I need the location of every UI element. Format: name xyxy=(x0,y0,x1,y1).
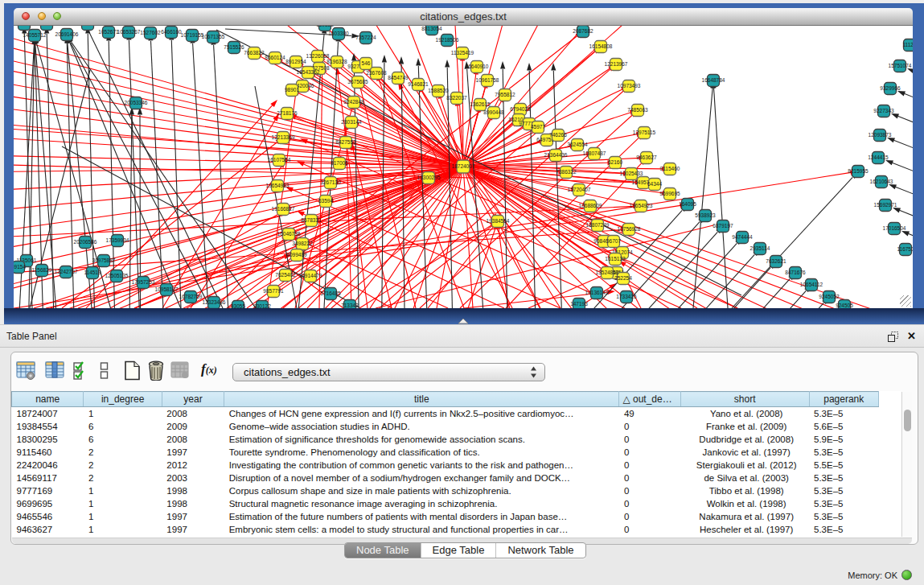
svg-text:10973493: 10973493 xyxy=(618,83,641,89)
svg-text:7625402: 7625402 xyxy=(275,272,296,278)
svg-text:8196328: 8196328 xyxy=(326,59,347,64)
svg-text:8215955: 8215955 xyxy=(848,168,869,174)
svg-text:10025433: 10025433 xyxy=(620,171,643,176)
svg-text:9474444: 9474444 xyxy=(732,234,753,240)
svg-text:15751074: 15751074 xyxy=(889,63,912,68)
svg-text:3498222: 3498222 xyxy=(292,241,313,246)
svg-text:16543362: 16543362 xyxy=(297,69,320,75)
svg-text:10958107: 10958107 xyxy=(155,286,179,292)
svg-text:116753: 116753 xyxy=(897,246,913,252)
svg-text:7632621: 7632621 xyxy=(766,258,786,264)
svg-text:8912954: 8912954 xyxy=(285,59,306,64)
svg-text:98901: 98901 xyxy=(285,87,299,93)
svg-text:13524851: 13524851 xyxy=(596,270,619,275)
svg-text:1733426: 1733426 xyxy=(616,294,637,299)
svg-text:140557: 140557 xyxy=(15,26,33,27)
svg-text:7386322: 7386322 xyxy=(556,169,577,175)
svg-text:6879197: 6879197 xyxy=(713,223,733,229)
svg-text:16107554: 16107554 xyxy=(268,157,291,163)
svg-text:18807249: 18807249 xyxy=(586,222,610,228)
svg-text:2803144: 2803144 xyxy=(341,119,362,125)
svg-text:3675685: 3675685 xyxy=(347,79,368,84)
svg-text:19384554: 19384554 xyxy=(487,218,510,224)
svg-text:12505135: 12505135 xyxy=(105,273,129,278)
svg-text:1527602: 1527602 xyxy=(140,30,161,35)
svg-text:917006: 917006 xyxy=(331,160,348,166)
svg-text:18724007: 18724007 xyxy=(452,163,475,169)
svg-text:39154: 39154 xyxy=(14,264,26,270)
svg-text:14055712: 14055712 xyxy=(23,32,47,38)
svg-text:19166827: 19166827 xyxy=(272,206,295,212)
svg-text:164095: 164095 xyxy=(679,201,696,207)
svg-text:165051: 165051 xyxy=(79,26,97,27)
svg-text:10671355: 10671355 xyxy=(202,34,225,39)
svg-text:13226058: 13226058 xyxy=(306,53,330,59)
svg-text:12323446: 12323446 xyxy=(203,299,226,305)
svg-text:546: 546 xyxy=(362,60,371,66)
svg-text:7357224: 7357224 xyxy=(355,35,376,40)
svg-text:11123: 11123 xyxy=(902,42,913,47)
svg-text:160338: 160338 xyxy=(316,26,334,27)
svg-text:15692971: 15692971 xyxy=(874,202,897,208)
svg-text:10653267: 10653267 xyxy=(117,29,141,35)
svg-text:12213967: 12213967 xyxy=(605,61,628,67)
svg-text:64344: 64344 xyxy=(647,181,662,187)
svg-text:9227343: 9227343 xyxy=(873,108,894,113)
svg-text:9857791: 9857791 xyxy=(263,288,284,294)
svg-text:2718176: 2718176 xyxy=(277,110,298,116)
svg-text:9699695: 9699695 xyxy=(659,191,680,196)
svg-text:924505: 924505 xyxy=(836,303,853,308)
svg-text:9146821: 9146821 xyxy=(408,81,429,87)
svg-text:2087682: 2087682 xyxy=(573,28,593,34)
svg-text:45977: 45977 xyxy=(531,124,545,130)
svg-text:20206536: 20206536 xyxy=(74,239,97,245)
svg-text:12242737: 12242737 xyxy=(55,269,78,274)
svg-text:9463627: 9463627 xyxy=(636,154,657,160)
svg-text:96707: 96707 xyxy=(606,238,621,244)
svg-text:15720407: 15720407 xyxy=(568,187,591,192)
svg-text:16648784: 16648784 xyxy=(702,77,725,83)
svg-text:17957253: 17957253 xyxy=(132,279,155,285)
svg-text:17359934: 17359934 xyxy=(106,237,129,243)
svg-text:16210643: 16210643 xyxy=(870,179,893,184)
svg-text:12975115: 12975115 xyxy=(633,130,656,135)
svg-text:8471676: 8471676 xyxy=(785,270,806,275)
svg-text:6466160: 6466160 xyxy=(161,29,182,35)
svg-text:713342: 713342 xyxy=(341,303,359,308)
svg-text:7515526: 7515526 xyxy=(224,44,244,50)
svg-text:5716485: 5716485 xyxy=(320,290,341,296)
svg-text:8660124: 8660124 xyxy=(265,55,285,60)
svg-text:14914479: 14914479 xyxy=(299,273,322,278)
svg-text:30975887: 30975887 xyxy=(92,257,116,263)
svg-text:18300295: 18300295 xyxy=(417,175,441,180)
svg-text:2367608: 2367608 xyxy=(366,70,387,76)
svg-text:12093873: 12093873 xyxy=(869,132,892,138)
svg-text:1052671: 1052671 xyxy=(98,29,119,35)
svg-text:1244415: 1244415 xyxy=(868,154,889,160)
svg-text:4099489: 4099489 xyxy=(286,252,307,257)
svg-text:16154808: 16154808 xyxy=(589,43,613,49)
svg-text:20691406: 20691406 xyxy=(55,31,79,37)
svg-text:19218506: 19218506 xyxy=(436,37,459,43)
svg-text:9242848: 9242848 xyxy=(343,99,364,105)
svg-text:7485063: 7485063 xyxy=(627,107,648,113)
svg-text:9115460: 9115460 xyxy=(660,166,680,171)
svg-text:10719155: 10719155 xyxy=(181,32,204,38)
svg-text:7955812: 7955812 xyxy=(495,92,515,97)
svg-text:1156829: 1156829 xyxy=(32,267,52,273)
svg-text:5938923: 5938923 xyxy=(695,212,716,218)
svg-text:190571: 190571 xyxy=(38,26,55,27)
svg-text:3624554: 3624554 xyxy=(567,142,588,147)
svg-text:8427552: 8427552 xyxy=(335,139,356,145)
svg-text:16782759: 16782759 xyxy=(179,294,203,299)
svg-text:20053346: 20053346 xyxy=(125,100,148,105)
svg-text:9245052: 9245052 xyxy=(819,294,840,299)
svg-text:53594: 53594 xyxy=(318,198,333,204)
svg-text:746266: 746266 xyxy=(549,132,567,138)
svg-text:17016504: 17016504 xyxy=(883,225,906,231)
svg-text:1362615: 1362615 xyxy=(470,101,491,107)
svg-text:3267130: 3267130 xyxy=(320,179,341,185)
svg-text:16640910: 16640910 xyxy=(466,64,489,69)
svg-text:252254: 252254 xyxy=(614,275,632,281)
svg-text:62160: 62160 xyxy=(608,159,622,165)
